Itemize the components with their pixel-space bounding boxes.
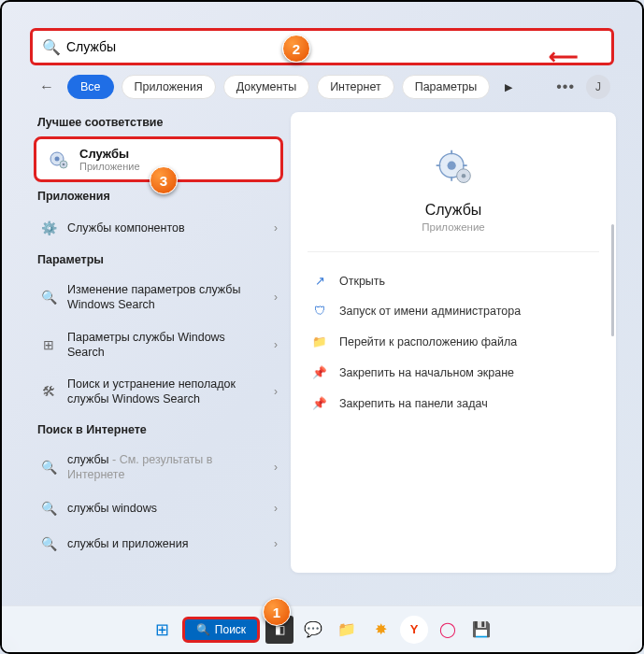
search-icon: 🔍 bbox=[39, 499, 58, 518]
more-options-button[interactable]: ••• bbox=[556, 78, 575, 95]
scrollbar[interactable] bbox=[611, 224, 614, 336]
services-gear-icon bbox=[46, 148, 70, 172]
chevron-right-icon: › bbox=[274, 461, 278, 474]
component-services-icon: ⚙️ bbox=[39, 219, 58, 237]
search-icon: 🔍 bbox=[42, 38, 61, 56]
action-pin-taskbar[interactable]: 📌Закрепить на панели задач bbox=[308, 388, 599, 419]
action-run-admin[interactable]: 🛡Запуск от имени администратора bbox=[308, 296, 599, 326]
result-label: Параметры службы Windows Search bbox=[67, 330, 265, 361]
chevron-right-icon: › bbox=[274, 385, 278, 398]
tab-all[interactable]: Все bbox=[67, 75, 114, 99]
action-label: Перейти к расположению файла bbox=[339, 335, 517, 348]
svg-point-11 bbox=[462, 174, 466, 178]
user-avatar[interactable]: J bbox=[586, 75, 610, 99]
result-label: службы - См. результаты в Интернете bbox=[67, 452, 265, 483]
app-icon[interactable]: ✸ bbox=[366, 616, 394, 644]
svg-point-3 bbox=[63, 163, 65, 165]
more-tabs-button[interactable]: ▶ bbox=[497, 76, 520, 98]
action-label: Закрепить на панели задач bbox=[339, 397, 488, 410]
app-result-item[interactable]: ⚙️ Службы компонентов › bbox=[34, 210, 283, 246]
preview-title: Службы bbox=[308, 202, 599, 219]
action-label: Запуск от имени администратора bbox=[339, 305, 521, 318]
svg-point-1 bbox=[55, 156, 60, 161]
settings-icon: ⊞ bbox=[39, 335, 58, 354]
search-input[interactable] bbox=[61, 39, 602, 54]
filter-tabs: ← Все Приложения Документы Интернет Пара… bbox=[21, 65, 623, 108]
web-header: Поиск в Интернете bbox=[37, 423, 283, 436]
web-result-item[interactable]: 🔍 службы windows › bbox=[34, 490, 283, 526]
best-match-subtitle: Приложение bbox=[79, 161, 140, 172]
annotation-badge-3: 3 bbox=[150, 166, 178, 194]
best-match-header: Лучшее соответствие bbox=[37, 116, 283, 129]
action-pin-start[interactable]: 📌Закрепить на начальном экране bbox=[308, 357, 599, 388]
chevron-right-icon: › bbox=[274, 291, 278, 304]
open-icon: ↗ bbox=[311, 274, 328, 288]
search-icon: 🔍 bbox=[196, 623, 210, 636]
params-header: Параметры bbox=[37, 253, 283, 266]
svg-point-5 bbox=[448, 162, 456, 170]
pin-icon: 📌 bbox=[311, 365, 328, 379]
chevron-right-icon: › bbox=[274, 537, 278, 550]
settings-icon: 🔍 bbox=[39, 288, 58, 306]
web-result-item[interactable]: 🔍 службы и приложения › bbox=[34, 526, 283, 562]
back-button[interactable]: ← bbox=[34, 78, 60, 95]
annotation-badge-1: 1 bbox=[263, 598, 291, 626]
preview-panel: Службы Приложение ↗Открыть 🛡Запуск от им… bbox=[291, 112, 616, 573]
settings-result-item[interactable]: ⊞ Параметры службы Windows Search › bbox=[34, 321, 283, 369]
preview-app-icon bbox=[432, 146, 475, 189]
tab-params[interactable]: Параметры bbox=[402, 75, 491, 99]
taskbar-search-button[interactable]: 🔍 Поиск bbox=[182, 617, 260, 643]
search-label: Поиск bbox=[215, 623, 246, 636]
annotation-arrow: ⟵ bbox=[549, 45, 579, 69]
web-result-item[interactable]: 🔍 службы - См. результаты в Интернете › bbox=[34, 444, 283, 491]
pin-icon: 📌 bbox=[311, 396, 328, 410]
taskbar: ⊞ 🔍 Поиск ◧ 💬 📁 ✸ Y ◯ 💾 bbox=[2, 605, 642, 652]
tab-web[interactable]: Интернет bbox=[317, 75, 394, 99]
search-icon: 🔍 bbox=[39, 458, 58, 476]
chat-icon[interactable]: 💬 bbox=[299, 616, 327, 644]
search-box[interactable]: 🔍 bbox=[30, 28, 614, 65]
chevron-right-icon: › bbox=[274, 338, 278, 351]
troubleshoot-icon: 🛠 bbox=[39, 382, 58, 401]
settings-result-item[interactable]: 🔍 Изменение параметров службы Windows Se… bbox=[34, 274, 283, 321]
result-label: Изменение параметров службы Windows Sear… bbox=[67, 282, 265, 313]
chevron-right-icon: › bbox=[274, 502, 278, 515]
result-label: Поиск и устранение неполадок службы Wind… bbox=[67, 377, 265, 407]
opera-icon[interactable]: ◯ bbox=[434, 616, 462, 644]
search-icon: 🔍 bbox=[39, 534, 58, 553]
settings-result-item[interactable]: 🛠 Поиск и устранение неполадок службы Wi… bbox=[34, 368, 283, 416]
admin-icon: 🛡 bbox=[311, 305, 328, 318]
preview-subtitle: Приложение bbox=[308, 221, 599, 233]
save-icon[interactable]: 💾 bbox=[467, 616, 495, 644]
search-window: 🔍 ⟵ ← Все Приложения Документы Интернет … bbox=[21, 21, 623, 582]
tab-apps[interactable]: Приложения bbox=[122, 75, 216, 99]
result-label: службы и приложения bbox=[67, 536, 265, 551]
result-label: службы windows bbox=[67, 501, 265, 516]
best-match-title: Службы bbox=[79, 147, 140, 161]
action-file-location[interactable]: 📁Перейти к расположению файла bbox=[308, 326, 599, 357]
tab-docs[interactable]: Документы bbox=[223, 75, 309, 99]
folder-icon: 📁 bbox=[311, 334, 328, 348]
explorer-icon[interactable]: 📁 bbox=[333, 616, 361, 644]
chevron-right-icon: › bbox=[274, 221, 278, 235]
action-label: Открыть bbox=[339, 275, 385, 288]
action-label: Закрепить на начальном экране bbox=[339, 366, 514, 379]
yandex-icon[interactable]: Y bbox=[400, 616, 428, 644]
result-label: Службы компонентов bbox=[67, 220, 265, 235]
start-button[interactable]: ⊞ bbox=[149, 616, 177, 644]
action-open[interactable]: ↗Открыть bbox=[308, 265, 599, 296]
annotation-badge-2: 2 bbox=[282, 35, 310, 63]
